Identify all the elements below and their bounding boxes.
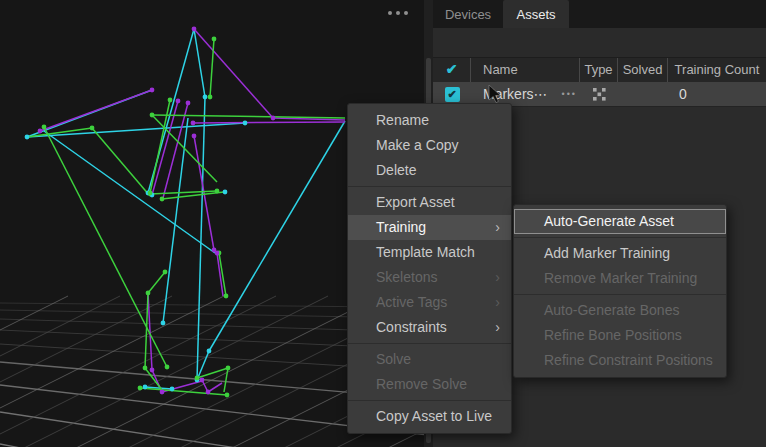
menu-item-active-tags: Active Tags› — [348, 290, 511, 315]
menu-item-make-a-copy[interactable]: Make a Copy — [348, 133, 511, 158]
tab-assets[interactable]: Assets — [503, 0, 569, 28]
menu-item-remove-solve: Remove Solve — [348, 372, 511, 397]
marker-dot — [160, 197, 165, 202]
table-header: ✔ Name Type Solved Training Count — [433, 57, 766, 82]
menu-item-refine-bone-positions: Refine Bone Positions — [514, 323, 726, 348]
marker-dot — [215, 251, 220, 256]
marker-dot — [150, 368, 155, 373]
menu-item-refine-constraint-positions: Refine Constraint Positions — [514, 348, 726, 373]
marker-dot — [215, 189, 220, 194]
marker-dot — [243, 121, 248, 126]
marker-dot — [143, 366, 148, 371]
marker-dot — [225, 393, 230, 398]
tab-devices[interactable]: Devices — [437, 0, 499, 28]
skeleton-line — [40, 90, 152, 131]
panel-toolbar-band — [433, 28, 766, 57]
menu-item-auto-generate-asset[interactable]: Auto-Generate Asset — [514, 209, 726, 234]
marker-dot — [207, 349, 212, 354]
column-header-type[interactable]: Type — [580, 58, 618, 82]
marker-dot — [192, 134, 197, 139]
marker-dot — [224, 294, 229, 299]
menu-item-solve: Solve — [348, 347, 511, 372]
marker-dot — [163, 270, 168, 275]
menu-separator — [348, 343, 511, 344]
grid-line — [0, 296, 68, 447]
marker-dot — [195, 376, 200, 381]
asset-training-count-cell: 0 — [668, 86, 766, 102]
marker-dot — [160, 390, 165, 395]
skeleton-line — [148, 272, 165, 293]
menu-separator — [514, 294, 726, 295]
marker-dot — [38, 129, 43, 134]
marker-dot — [191, 121, 196, 126]
marker-dot — [150, 113, 155, 118]
row-more-button[interactable]: ••• — [562, 89, 577, 99]
marker-dot — [203, 95, 208, 100]
asset-name-label: Markers⋯ — [483, 86, 548, 102]
marker-cluster-icon — [591, 86, 608, 103]
menu-separator — [348, 186, 511, 187]
marker-dot — [208, 95, 213, 100]
asset-type-cell — [580, 86, 618, 103]
grid-line — [0, 296, 276, 447]
marker-dot — [90, 126, 95, 131]
menu-item-skeletons: Skeletons› — [348, 265, 511, 290]
skeleton-line — [197, 97, 205, 380]
submenu-arrow-icon: › — [495, 265, 500, 290]
menu-separator — [514, 237, 726, 238]
column-header-enabled[interactable]: ✔ — [433, 58, 471, 82]
grid-line — [0, 296, 172, 447]
asset-enabled-checkbox[interactable]: ✔ — [445, 87, 460, 102]
marker-dot — [168, 98, 173, 103]
marker-dot — [226, 366, 231, 371]
skeleton-line — [44, 127, 167, 367]
ellipsis-icon — [396, 11, 400, 15]
menu-item-template-match[interactable]: Template Match — [348, 240, 511, 265]
skeleton-line — [224, 368, 228, 392]
menu-item-export-asset[interactable]: Export Asset — [348, 190, 511, 215]
asset-context-menu: RenameMake a CopyDeleteExport AssetTrain… — [347, 103, 512, 434]
menu-item-remove-marker-training: Remove Marker Training — [514, 266, 726, 291]
viewport-options-button[interactable] — [384, 6, 412, 20]
marker-dot — [161, 321, 166, 326]
marker-dot — [186, 101, 191, 106]
submenu-arrow-icon: › — [495, 290, 500, 315]
marker-dot — [42, 125, 47, 130]
menu-item-delete[interactable]: Delete — [348, 158, 511, 183]
marker-dot — [170, 387, 175, 392]
marker-dot — [165, 365, 170, 370]
column-header-name[interactable]: Name — [471, 58, 580, 82]
ellipsis-icon — [404, 11, 408, 15]
asset-name-cell: Markers⋯ ••• — [471, 86, 580, 102]
menu-item-auto-generate-bones: Auto-Generate Bones — [514, 298, 726, 323]
marker-dot — [200, 378, 205, 383]
training-submenu: Auto-Generate AssetAdd Marker TrainingRe… — [513, 204, 727, 378]
skeleton-line — [208, 383, 222, 392]
marker-dot — [176, 99, 181, 104]
marker-dot — [148, 191, 153, 196]
menu-separator — [348, 400, 511, 401]
menu-item-training[interactable]: Training› — [348, 215, 511, 240]
submenu-arrow-icon: › — [495, 215, 500, 240]
menu-item-copy-asset-to-live[interactable]: Copy Asset to Live — [348, 404, 511, 429]
panel-tab-bar: Devices Assets — [433, 0, 766, 28]
application-window: Devices Assets ✔ Name Type Solved Traini… — [0, 0, 766, 447]
marker-dot — [150, 88, 155, 93]
ellipsis-icon — [388, 11, 392, 15]
menu-item-rename[interactable]: Rename — [348, 108, 511, 133]
marker-dot — [143, 385, 148, 390]
marker-dot — [146, 291, 151, 296]
menu-item-add-marker-training[interactable]: Add Marker Training — [514, 241, 726, 266]
menu-item-constraints[interactable]: Constraints› — [348, 315, 511, 340]
column-header-training-count[interactable]: Training Count — [668, 58, 766, 82]
marker-dot — [138, 386, 143, 391]
marker-dot — [192, 27, 197, 32]
submenu-arrow-icon: › — [495, 315, 500, 340]
marker-dot — [223, 190, 228, 195]
column-header-solved[interactable]: Solved — [618, 58, 668, 82]
marker-dot — [271, 116, 276, 121]
skeleton-line — [194, 29, 273, 118]
marker-dot — [206, 390, 211, 395]
skeleton-line — [193, 122, 345, 123]
marker-dot — [212, 37, 217, 42]
